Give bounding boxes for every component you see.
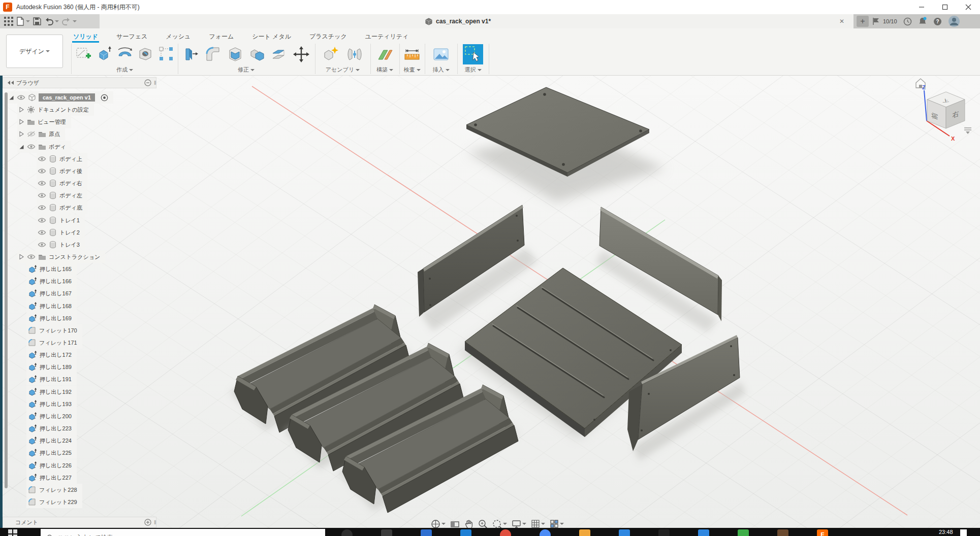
ribbon-tab-メッシュ[interactable]: メッシュ	[165, 30, 192, 43]
pan-nav-button[interactable]	[464, 519, 473, 529]
ribbon-tab-サーフェス[interactable]: サーフェス	[115, 30, 148, 43]
save-button[interactable]	[33, 17, 41, 25]
taskbar-icon-mail[interactable]	[421, 529, 432, 536]
app-grid-button[interactable]	[4, 17, 13, 26]
create-sketch-tool-button[interactable]	[75, 46, 92, 63]
visibility-eye-icon[interactable]	[38, 155, 46, 162]
taskbar-icon-task-view[interactable]	[381, 529, 392, 536]
new-component-tool-button[interactable]	[322, 46, 339, 63]
tree-node-フィレット170[interactable]: フィレット170	[26, 324, 82, 337]
revolve-tool-button[interactable]	[116, 46, 134, 63]
move-copy-tool-button[interactable]	[293, 46, 310, 63]
visibility-eye-icon[interactable]	[38, 168, 46, 175]
workspace-selector[interactable]: デザイン	[6, 35, 63, 68]
visibility-eye-icon[interactable]	[38, 217, 46, 224]
hole-tool-button[interactable]	[137, 46, 154, 63]
expand-closed-icon[interactable]	[18, 130, 24, 138]
tree-node-押し出し168[interactable]: 押し出し168	[26, 300, 77, 312]
visibility-eye-icon[interactable]	[38, 229, 46, 236]
group-label[interactable]: 作成	[72, 66, 178, 74]
expand-closed-icon[interactable]	[18, 118, 24, 125]
collapse-panel-icon[interactable]	[7, 80, 14, 85]
tree-node-押し出し167[interactable]: 押し出し167	[26, 287, 77, 299]
tree-node-押し出し193[interactable]: 押し出し193	[26, 398, 77, 410]
extrude-tool-button[interactable]	[96, 46, 113, 63]
file-new-button[interactable]	[16, 17, 30, 26]
visibility-eye-icon[interactable]	[38, 241, 46, 248]
minimize-button[interactable]	[910, 0, 933, 14]
display-settings-nav-button[interactable]	[512, 520, 526, 528]
visibility-eye-icon[interactable]	[38, 192, 46, 199]
tree-node-押し出し227[interactable]: 押し出し227	[26, 472, 77, 484]
zoom-nav-button[interactable]	[478, 519, 488, 529]
select-tool-button[interactable]	[463, 44, 483, 64]
look-at-nav-button[interactable]	[450, 520, 460, 528]
avatar[interactable]	[948, 15, 960, 27]
taskbar-icon-cortana[interactable]	[341, 529, 353, 536]
tree-node-押し出し169[interactable]: 押し出し169	[26, 312, 77, 324]
taskbar-search-input[interactable]: ここに入力して検索	[41, 529, 325, 536]
visibility-eye-icon[interactable]	[17, 94, 25, 101]
undo-button[interactable]	[44, 17, 59, 25]
taskbar-icon-onedrive[interactable]	[460, 529, 471, 536]
tree-node-押し出し191[interactable]: 押し出し191	[26, 373, 77, 385]
tree-node-フィレット229[interactable]: フィレット229	[26, 496, 82, 508]
taskbar-icon-fusion-360[interactable]: F	[817, 529, 828, 536]
browser-scrollbar[interactable]	[5, 92, 8, 488]
group-label[interactable]: アセンブリ	[315, 66, 370, 74]
tree-node-トレイ1[interactable]: トレイ1	[37, 214, 85, 226]
group-label[interactable]: 挿入	[425, 66, 457, 74]
taskbar-icon-photo-app[interactable]	[777, 529, 788, 536]
browser-panel-header[interactable]: ブラウザ ‖	[3, 77, 156, 88]
joint-tool-button[interactable]	[346, 46, 363, 63]
taskbar-icon-firefox[interactable]	[500, 529, 511, 536]
ribbon-tab-フォーム[interactable]: フォーム	[208, 30, 235, 43]
expand-closed-icon[interactable]	[18, 253, 24, 260]
tree-node-押し出し166[interactable]: 押し出し166	[26, 275, 77, 287]
tree-node-ボディ後[interactable]: ボディ後	[37, 165, 87, 177]
group-label[interactable]: 検査	[399, 66, 425, 74]
tree-node-ボディ上[interactable]: ボディ上	[37, 153, 87, 165]
group-label[interactable]: 構築	[370, 66, 399, 74]
tree-node-ボディ[interactable]: ボディ	[17, 141, 71, 153]
orbit-nav-button[interactable]	[431, 519, 446, 529]
tree-node-押し出し224[interactable]: 押し出し224	[26, 434, 77, 447]
press-pull-tool-button[interactable]	[182, 46, 200, 63]
expand-open-icon[interactable]	[18, 143, 24, 150]
activate-radio-icon[interactable]	[101, 94, 108, 102]
tree-node-コンストラクション[interactable]: コンストラクション	[17, 251, 105, 263]
tree-node-フィレット228[interactable]: フィレット228	[26, 484, 82, 496]
taskbar-icon-explorer[interactable]	[579, 529, 590, 536]
tree-node-原点[interactable]: 原点	[17, 128, 65, 140]
panel-grip[interactable]: ‖	[154, 80, 156, 86]
ribbon-tab-ユーティリティ[interactable]: ユーティリティ	[364, 30, 410, 43]
group-label[interactable]: 修正	[177, 66, 315, 74]
add-comment-icon[interactable]	[144, 519, 151, 526]
pattern-tool-button[interactable]	[157, 46, 175, 63]
taskbar-icon-app-green[interactable]	[738, 529, 749, 536]
document-tab-close-icon[interactable]: ✕	[837, 17, 846, 26]
taskbar-icon-chrome[interactable]	[540, 529, 551, 536]
tree-node-ボディ左[interactable]: ボディ左	[37, 189, 87, 202]
visibility-eye-icon[interactable]	[27, 143, 36, 150]
tree-node-押し出し192[interactable]: 押し出し192	[26, 386, 77, 398]
tree-node-ボディ底[interactable]: ボディ底	[37, 202, 87, 214]
tree-node-押し出し226[interactable]: 押し出し226	[26, 459, 77, 472]
remove-icon[interactable]	[144, 79, 151, 86]
job-status-flag-icon[interactable]	[872, 17, 880, 26]
offset-face-tool-button[interactable]	[271, 46, 288, 63]
tree-node-フィレット171[interactable]: フィレット171	[26, 337, 82, 349]
tree-node-押し出し223[interactable]: 押し出し223	[26, 422, 77, 434]
construction-plane-tool-button[interactable]	[376, 46, 394, 63]
combine-tool-button[interactable]	[248, 46, 266, 63]
comments-panel[interactable]: コメント ‖	[3, 517, 156, 528]
tree-node-ドキュメントの設定[interactable]: ドキュメントの設定	[17, 104, 94, 116]
tree-node-ボディ右[interactable]: ボディ右	[37, 177, 87, 189]
tree-node-押し出し189[interactable]: 押し出し189	[26, 361, 77, 373]
clock-icon[interactable]	[903, 17, 912, 26]
maximize-button[interactable]	[933, 0, 957, 14]
viewcube-menu-icon[interactable]	[964, 128, 971, 134]
ribbon-tab-プラスチック[interactable]: プラスチック	[308, 30, 348, 43]
visibility-eye-icon[interactable]	[27, 130, 36, 138]
visibility-eye-icon[interactable]	[38, 204, 46, 211]
